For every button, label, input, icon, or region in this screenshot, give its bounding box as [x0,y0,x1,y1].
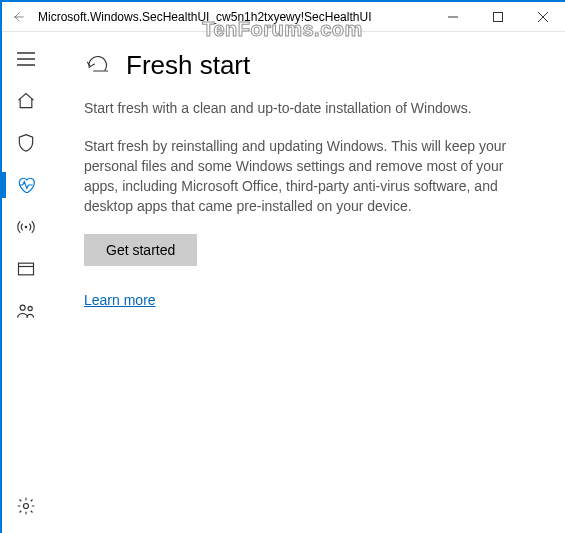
window-icon [16,259,36,279]
learn-more-link[interactable]: Learn more [84,292,156,308]
nav-network[interactable] [2,206,50,248]
minimize-icon [448,12,458,22]
content: Fresh start Start fresh with a clean and… [50,32,565,533]
maximize-icon [493,12,503,22]
page-body: Start fresh by reinstalling and updating… [84,137,525,217]
nav-performance[interactable] [2,164,50,206]
heart-pulse-icon [16,175,36,195]
nav-virus[interactable] [2,122,50,164]
home-icon [16,91,36,111]
close-button[interactable] [520,2,565,32]
get-started-button[interactable]: Get started [84,234,197,266]
back-button[interactable] [2,2,34,32]
page-title: Fresh start [126,50,250,81]
sidebar [2,32,50,533]
gear-icon [16,496,36,516]
svg-point-1 [25,226,28,229]
hamburger-icon [17,52,35,66]
window-title: Microsoft.Windows.SecHealthUI_cw5n1h2txy… [34,10,430,24]
back-arrow-icon [11,10,25,24]
titlebar: Microsoft.Windows.SecHealthUI_cw5n1h2txy… [2,2,565,32]
nav-app-browser[interactable] [2,248,50,290]
close-icon [538,12,548,22]
shield-icon [16,133,36,153]
svg-rect-0 [493,13,502,22]
minimize-button[interactable] [430,2,475,32]
svg-point-4 [28,306,32,310]
nav-settings[interactable] [2,485,50,527]
maximize-button[interactable] [475,2,520,32]
nav-menu[interactable] [2,38,50,80]
fresh-start-icon [84,50,112,81]
broadcast-icon [16,217,36,237]
app-body: Fresh start Start fresh with a clean and… [2,32,565,533]
svg-point-5 [24,504,29,509]
svg-point-3 [20,305,25,310]
people-icon [16,301,36,321]
svg-rect-2 [19,263,34,275]
nav-home[interactable] [2,80,50,122]
nav-family[interactable] [2,290,50,332]
page-lead: Start fresh with a clean and up-to-date … [84,99,525,119]
page-heading: Fresh start [84,50,525,81]
window-controls [430,2,565,31]
